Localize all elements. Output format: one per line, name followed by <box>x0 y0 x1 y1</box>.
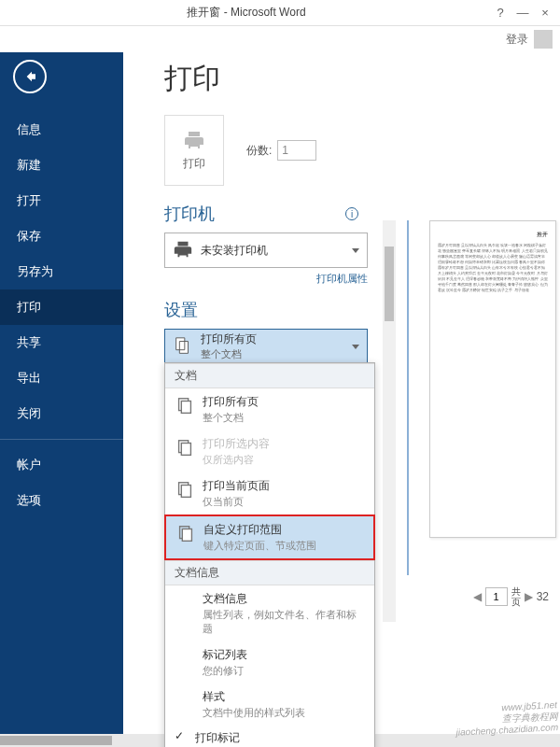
window-title: 推开窗 - Microsoft Word <box>4 5 489 21</box>
page-plus-icon <box>175 438 195 458</box>
printer-icon <box>173 240 193 261</box>
page-number-input[interactable] <box>485 587 508 606</box>
preview-page: 推开 愿岁月可回首 且以深情共白头 风乍起 吹皱一池春水 闲敲棋子落灯花 独坐幽… <box>429 220 556 538</box>
nav-打开[interactable]: 打开 <box>0 183 123 218</box>
settings-scrollbar[interactable] <box>383 220 396 622</box>
preview-heading: 推开 <box>438 231 548 239</box>
print-button[interactable]: 打印 <box>164 115 224 186</box>
menu-item-标记列表[interactable]: 标记列表您的修订 <box>165 641 374 684</box>
close-button[interactable]: × <box>534 2 556 24</box>
svg-rect-1 <box>181 402 190 414</box>
copies-input[interactable] <box>277 140 316 161</box>
printer-section-header: 打印机 <box>164 203 215 225</box>
chevron-down-icon <box>352 345 359 349</box>
printer-icon <box>181 130 207 152</box>
nav-选项[interactable]: 选项 <box>0 483 123 518</box>
menu-item-打印所选内容: 打印所选内容仅所选内容 <box>165 430 374 472</box>
page-icon <box>175 480 195 500</box>
help-button[interactable]: ? <box>489 2 511 24</box>
nav-信息[interactable]: 信息 <box>0 112 123 148</box>
preview-body-text: 愿岁月可回首 且以深情共白头 风乍起 吹皱一池春水 闲敲棋子落灯花 独坐幽篁里 … <box>438 243 548 293</box>
printer-properties-link[interactable]: 打印机属性 <box>164 272 368 286</box>
menu-toggle-打印标记[interactable]: ✓打印标记 <box>165 726 374 747</box>
svg-rect-3 <box>181 444 190 456</box>
nav-打印[interactable]: 打印 <box>0 289 123 325</box>
print-preview: 推开 愿岁月可回首 且以深情共白头 风乍起 吹皱一池春水 闲敲棋子落灯花 独坐幽… <box>407 220 556 575</box>
page-range-menu: 文档打印所有页整个文档打印所选内容仅所选内容打印当前页面仅当前页自定义打印范围键… <box>164 362 375 747</box>
back-button[interactable] <box>13 60 47 93</box>
menu-section-header: 文档 <box>165 363 374 388</box>
nav-新建[interactable]: 新建 <box>0 148 123 183</box>
svg-rect-7 <box>182 529 191 542</box>
page-navigator: ◀ 共 页 ▶ 32 <box>473 586 549 607</box>
next-page-button[interactable]: ▶ <box>525 590 533 603</box>
print-button-label: 打印 <box>183 156 205 172</box>
nav-关闭[interactable]: 关闭 <box>0 396 123 431</box>
svg-rect-5 <box>181 486 190 498</box>
total-label-top: 共 <box>511 586 521 597</box>
pages-icon <box>173 336 193 357</box>
settings-section-header: 设置 <box>164 299 198 321</box>
info-icon[interactable]: i <box>345 207 358 220</box>
nav-另存为[interactable]: 另存为 <box>0 254 123 289</box>
printer-name: 未安装打印机 <box>201 243 268 259</box>
page-total: 32 <box>537 590 549 603</box>
prev-page-button[interactable]: ◀ <box>473 590 482 603</box>
pages-icon <box>175 396 195 416</box>
menu-item-自定义打印范围[interactable]: 自定义打印范围键入特定页面、节或范围 <box>164 514 375 560</box>
backstage-sidebar: 信息新建打开保存另存为打印共享导出关闭 帐户选项 <box>0 52 123 747</box>
nav-separator <box>0 439 123 440</box>
page-range-dropdown[interactable]: 打印所有页 整个文档 <box>164 329 368 364</box>
chevron-down-icon <box>352 248 359 253</box>
total-label-bot: 页 <box>511 597 521 607</box>
login-bar: 登录 <box>0 26 560 52</box>
page-title: 打印 <box>164 60 560 98</box>
nav-导出[interactable]: 导出 <box>0 360 123 396</box>
printer-dropdown[interactable]: 未安装打印机 <box>164 233 368 268</box>
page-range-selected-sub: 整个文档 <box>201 347 257 361</box>
copies-label: 份数: <box>246 143 272 159</box>
menu-item-打印当前页面[interactable]: 打印当前页面仅当前页 <box>165 472 374 514</box>
login-link[interactable]: 登录 <box>506 32 528 48</box>
pages-arrow-icon <box>175 524 196 544</box>
nav-保存[interactable]: 保存 <box>0 218 123 254</box>
minimize-button[interactable]: — <box>511 2 534 24</box>
menu-item-打印所有页[interactable]: 打印所有页整个文档 <box>165 388 374 430</box>
nav-帐户[interactable]: 帐户 <box>0 447 123 483</box>
nav-共享[interactable]: 共享 <box>0 325 123 360</box>
menu-item-文档信息[interactable]: 文档信息属性列表，例如文件名、作者和标题 <box>165 585 374 641</box>
avatar-icon[interactable] <box>534 30 553 49</box>
page-range-selected-title: 打印所有页 <box>201 331 257 347</box>
titlebar: 推开窗 - Microsoft Word ? — × <box>0 0 560 26</box>
menu-section-header: 文档信息 <box>165 560 374 585</box>
menu-item-样式[interactable]: 样式文档中使用的样式列表 <box>165 684 374 726</box>
